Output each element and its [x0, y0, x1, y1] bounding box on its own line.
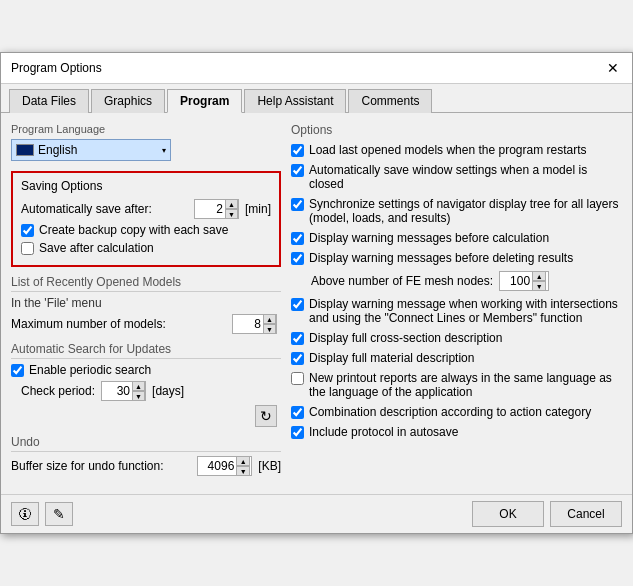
right-panel: Options Load last opened models when the…	[291, 123, 622, 484]
tab-comments[interactable]: Comments	[348, 89, 432, 113]
option-display-full-material-checkbox[interactable]	[291, 352, 304, 365]
title-bar: Program Options ✕	[1, 53, 632, 84]
tab-program[interactable]: Program	[167, 89, 242, 113]
above-nodes-down-button[interactable]: ▼	[532, 281, 546, 291]
undo-section: Undo Buffer size for undo function: ▲ ▼ …	[11, 435, 281, 476]
option-auto-save-window-checkbox[interactable]	[291, 164, 304, 177]
language-value: English	[38, 143, 77, 157]
undo-row: Buffer size for undo function: ▲ ▼ [KB]	[11, 456, 281, 476]
buffer-label: Buffer size for undo function:	[11, 459, 197, 473]
option-display-warning-delete-checkbox[interactable]	[291, 252, 304, 265]
above-nodes-input[interactable]	[500, 274, 532, 288]
above-nodes-spinner[interactable]: ▲ ▼	[499, 271, 549, 291]
option-display-full-cross: Display full cross-section description	[291, 331, 622, 345]
auto-save-down-button[interactable]: ▼	[225, 209, 238, 219]
option-combination-desc-label: Combination description according to act…	[309, 405, 591, 419]
check-period-spinner[interactable]: ▲ ▼	[101, 381, 146, 401]
undo-title: Undo	[11, 435, 281, 452]
tab-data-files[interactable]: Data Files	[9, 89, 89, 113]
flag-icon	[16, 144, 34, 156]
save-after-calc-row: Save after calculation	[21, 241, 271, 255]
above-nodes-label: Above number of FE mesh nodes:	[311, 274, 493, 288]
option-new-printout-label: New printout reports are always in the s…	[309, 371, 622, 399]
option-display-warning-intersections-label: Display warning message when working wit…	[309, 297, 622, 325]
max-models-spinner[interactable]: ▲ ▼	[232, 314, 277, 334]
options-title: Options	[291, 123, 622, 137]
buffer-unit: [KB]	[258, 459, 281, 473]
language-dropdown[interactable]: English ▾	[11, 139, 171, 161]
recently-opened-title: List of Recently Opened Models	[11, 275, 281, 292]
option-display-warning-intersections: Display warning message when working wit…	[291, 297, 622, 325]
option-display-warning-intersections-checkbox[interactable]	[291, 298, 304, 311]
enable-periodic-checkbox[interactable]	[11, 364, 24, 377]
recently-opened-section: List of Recently Opened Models In the 'F…	[11, 275, 281, 334]
option-display-warning-delete: Display warning messages before deleting…	[291, 251, 622, 265]
option-combination-desc-checkbox[interactable]	[291, 406, 304, 419]
max-models-up-button[interactable]: ▲	[263, 314, 276, 324]
option-load-last: Load last opened models when the program…	[291, 143, 622, 157]
max-models-label: Maximum number of models:	[11, 317, 232, 331]
option-sync-navigator-label: Synchronize settings of navigator displa…	[309, 197, 622, 225]
bottom-left-buttons: 🛈 ✎	[11, 502, 73, 526]
create-backup-checkbox[interactable]	[21, 224, 34, 237]
option-include-protocol-checkbox[interactable]	[291, 426, 304, 439]
auto-save-input[interactable]	[195, 202, 225, 216]
max-models-down-button[interactable]: ▼	[263, 324, 276, 334]
program-language-label: Program Language	[11, 123, 281, 135]
max-models-spinner-buttons: ▲ ▼	[263, 314, 276, 334]
close-button[interactable]: ✕	[604, 59, 622, 77]
in-file-menu-text: In the 'File' menu	[11, 296, 281, 310]
above-nodes-spinner-buttons: ▲ ▼	[532, 271, 546, 291]
save-after-calc-checkbox[interactable]	[21, 242, 34, 255]
option-sync-navigator-checkbox[interactable]	[291, 198, 304, 211]
buffer-up-button[interactable]: ▲	[236, 456, 250, 466]
main-content: Program Language English ▾ Saving Option…	[1, 113, 632, 494]
auto-save-row: Automatically save after: ▲ ▼ [min]	[21, 199, 271, 219]
auto-search-title: Automatic Search for Updates	[11, 342, 281, 359]
buffer-spinner[interactable]: ▲ ▼	[197, 456, 252, 476]
above-nodes-up-button[interactable]: ▲	[532, 271, 546, 281]
auto-search-section: Automatic Search for Updates Enable peri…	[11, 342, 281, 427]
max-models-input[interactable]	[233, 317, 263, 331]
saving-options-title: Saving Options	[21, 179, 271, 193]
refresh-button[interactable]: ↻	[255, 405, 277, 427]
action-buttons: OK Cancel	[472, 501, 622, 527]
program-options-dialog: Program Options ✕ Data Files Graphics Pr…	[0, 52, 633, 534]
option-combination-desc: Combination description according to act…	[291, 405, 622, 419]
option-load-last-label: Load last opened models when the program…	[309, 143, 587, 157]
auto-save-up-button[interactable]: ▲	[225, 199, 238, 209]
tab-bar: Data Files Graphics Program Help Assista…	[1, 84, 632, 113]
option-display-warning-delete-label: Display warning messages before deleting…	[309, 251, 573, 265]
tab-help-assistant[interactable]: Help Assistant	[244, 89, 346, 113]
option-load-last-checkbox[interactable]	[291, 144, 304, 157]
auto-save-spinner[interactable]: ▲ ▼	[194, 199, 239, 219]
option-auto-save-window: Automatically save window settings when …	[291, 163, 622, 191]
option-display-full-cross-checkbox[interactable]	[291, 332, 304, 345]
check-period-spinner-buttons: ▲ ▼	[132, 381, 145, 401]
check-period-up-button[interactable]: ▲	[132, 381, 145, 391]
cancel-button[interactable]: Cancel	[550, 501, 622, 527]
option-new-printout-checkbox[interactable]	[291, 372, 304, 385]
check-period-down-button[interactable]: ▼	[132, 391, 145, 401]
option-display-full-material-label: Display full material description	[309, 351, 474, 365]
ok-button[interactable]: OK	[472, 501, 544, 527]
option-display-warning-calc-checkbox[interactable]	[291, 232, 304, 245]
dropdown-arrow-icon: ▾	[162, 146, 166, 155]
enable-periodic-row: Enable periodic search	[11, 363, 281, 377]
auto-save-unit: [min]	[245, 202, 271, 216]
tab-graphics[interactable]: Graphics	[91, 89, 165, 113]
option-sync-navigator: Synchronize settings of navigator displa…	[291, 197, 622, 225]
check-period-input[interactable]	[102, 384, 132, 398]
language-select-row: English ▾	[11, 139, 281, 161]
option-display-full-material: Display full material description	[291, 351, 622, 365]
option-display-warning-calc: Display warning messages before calculat…	[291, 231, 622, 245]
enable-periodic-label: Enable periodic search	[29, 363, 151, 377]
buffer-input[interactable]	[198, 459, 236, 473]
buffer-down-button[interactable]: ▼	[236, 466, 250, 476]
saving-options-section: Saving Options Automatically save after:…	[11, 171, 281, 267]
option-auto-save-window-label: Automatically save window settings when …	[309, 163, 622, 191]
edit-button[interactable]: ✎	[45, 502, 73, 526]
info-button[interactable]: 🛈	[11, 502, 39, 526]
check-period-unit: [days]	[152, 384, 184, 398]
auto-save-spinner-buttons: ▲ ▼	[225, 199, 238, 219]
